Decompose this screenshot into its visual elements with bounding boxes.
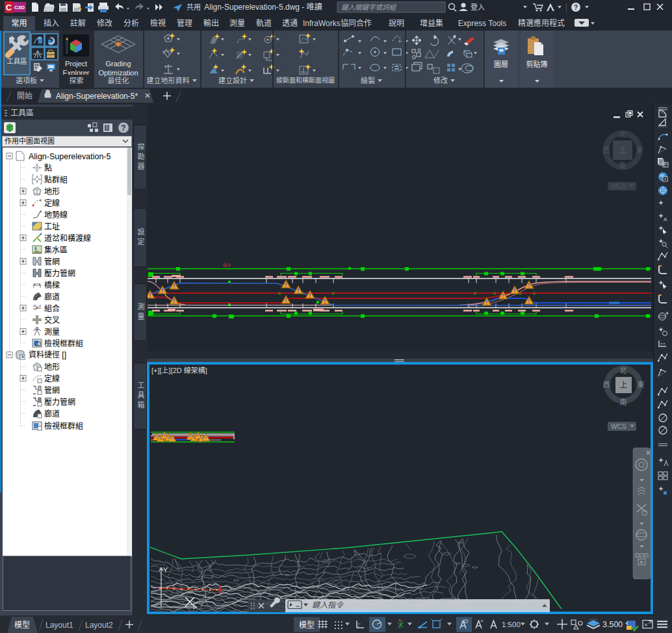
svg-text:定線: 定線 — [44, 198, 60, 208]
svg-text:剪貼簿: 剪貼簿 — [526, 60, 548, 68]
svg-text:Layout1: Layout1 — [45, 621, 73, 630]
svg-text:Project: Project — [65, 60, 87, 68]
svg-text:鍵入關鍵字或詞組: 鍵入關鍵字或詞組 — [341, 3, 396, 11]
svg-text:WCS: WCS — [611, 183, 627, 190]
svg-text:壓力管網: 壓力管網 — [44, 397, 75, 407]
svg-text:模型: 模型 — [14, 621, 30, 630]
svg-text:登入: 登入 — [471, 3, 485, 11]
svg-text:C3D: C3D — [14, 5, 25, 10]
svg-text:地形: 地形 — [44, 187, 60, 196]
svg-text:北: 北 — [620, 367, 627, 374]
svg-text:Grading: Grading — [105, 60, 131, 68]
svg-text:3.500: 3.500 — [602, 620, 623, 629]
svg-text:地勢線: 地勢線 — [44, 210, 68, 220]
svg-text:檢視框群組: 檢視框群組 — [44, 421, 83, 431]
svg-text:工具區: 工具區 — [6, 57, 27, 65]
svg-text:組合: 組合 — [44, 304, 60, 313]
svg-text:檢視框群組: 檢視框群組 — [44, 339, 83, 348]
svg-text:A: A — [664, 216, 667, 222]
svg-text:資料捷徑 []: 資料捷徑 [] — [29, 350, 66, 359]
svg-text:南: 南 — [620, 398, 627, 406]
svg-text:共用: 共用 — [187, 3, 201, 11]
svg-text:西: 西 — [603, 146, 610, 154]
svg-text:北: 北 — [619, 131, 627, 138]
svg-text:測量: 測量 — [44, 328, 60, 337]
svg-text:圖層: 圖層 — [494, 60, 508, 68]
svg-text:鍵入指令: 鍵入指令 — [312, 601, 344, 610]
svg-text:交叉: 交叉 — [44, 315, 60, 325]
svg-text:Align-Superelevation-5*: Align-Superelevation-5* — [56, 92, 138, 101]
svg-text:上: 上 — [619, 381, 627, 390]
svg-text:管網: 管網 — [44, 385, 60, 395]
svg-text:WCS: WCS — [611, 423, 627, 430]
svg-text:[+][上][2D 線架構]: [+][上][2D 線架構] — [151, 366, 207, 374]
svg-text:南: 南 — [619, 162, 627, 170]
svg-text:?: ? — [121, 123, 125, 133]
svg-text:C: C — [6, 3, 12, 12]
svg-text:開始: 開始 — [17, 92, 32, 101]
svg-text:Align-Superelevation-5: Align-Superelevation-5 — [29, 152, 111, 161]
svg-text:工址: 工址 — [44, 222, 60, 231]
svg-text:道岔和橫渡線: 道岔和橫渡線 — [44, 233, 91, 243]
svg-text:指令: 指令 — [223, 263, 231, 268]
svg-text:橋樑: 橋樑 — [44, 281, 60, 290]
svg-text:?: ? — [574, 4, 578, 11]
svg-text:廊道: 廊道 — [44, 292, 60, 302]
svg-text:點群組: 點群組 — [44, 175, 68, 185]
svg-text:東: 東 — [636, 146, 643, 154]
svg-text:廊道: 廊道 — [44, 409, 60, 419]
svg-text:壓力管網: 壓力管網 — [44, 268, 75, 278]
svg-text:上: 上 — [619, 146, 627, 155]
svg-text:點: 點 — [44, 164, 52, 173]
svg-text:定線: 定線 — [44, 374, 60, 383]
svg-text:集水區: 集水區 — [44, 245, 68, 255]
svg-text:管網: 管網 — [44, 257, 60, 266]
svg-text:1:500: 1:500 — [502, 621, 521, 628]
svg-text:Layout2: Layout2 — [85, 621, 113, 630]
svg-text:地形: 地形 — [44, 363, 60, 372]
svg-text:Y: Y — [163, 566, 168, 574]
svg-text:Align-Superelevation-5.dwg - 唯: Align-Superelevation-5.dwg - 唯讀 — [204, 3, 322, 12]
svg-text:模型: 模型 — [299, 621, 315, 630]
svg-text:西: 西 — [603, 381, 610, 389]
svg-text:東: 東 — [638, 381, 645, 389]
